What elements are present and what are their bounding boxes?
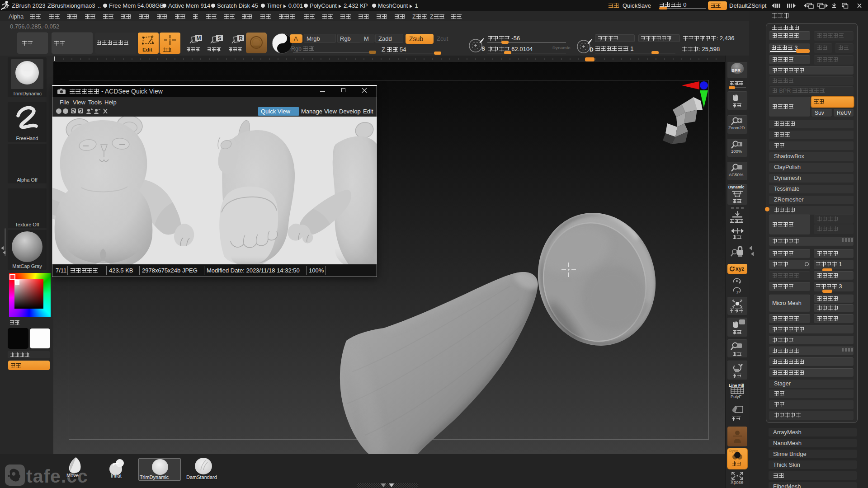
svg-text:D: D xyxy=(590,47,594,53)
svg-text:S: S xyxy=(481,46,485,52)
svg-text:z: z xyxy=(736,290,739,295)
svg-text:R: R xyxy=(239,35,243,42)
svg-text:M: M xyxy=(197,35,201,42)
svg-text:S: S xyxy=(217,35,221,42)
